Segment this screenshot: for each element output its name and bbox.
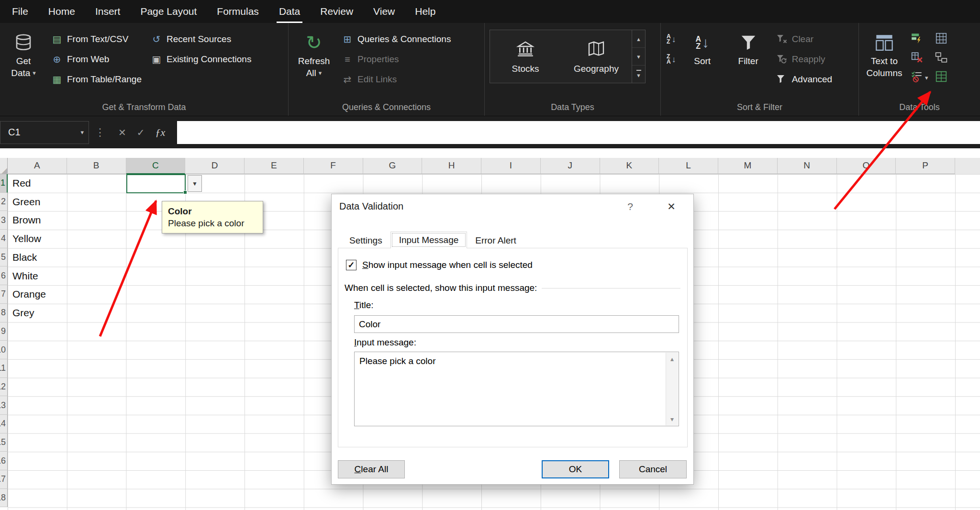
edit-links-button[interactable]: ⇄ Edit Links (339, 71, 453, 88)
stocks-data-type[interactable]: Stocks (490, 30, 561, 83)
column-header-i[interactable]: I (481, 158, 541, 174)
row-header-12[interactable]: 12 (0, 378, 8, 397)
row-header-5[interactable]: 5 (0, 248, 8, 267)
sort-ascending-button[interactable]: AZ ↓ (666, 31, 677, 48)
row-header-14[interactable]: 14 (0, 415, 8, 433)
row-header-10[interactable]: 10 (0, 341, 8, 359)
tab-review[interactable]: Review (310, 0, 363, 23)
cell-dropdown-button[interactable]: ▼ (188, 175, 202, 192)
column-header-f[interactable]: F (304, 158, 363, 174)
consolidate-button[interactable] (934, 31, 948, 48)
existing-connections-button[interactable]: ▣ Existing Connections (148, 51, 253, 68)
properties-button[interactable]: ≡ Properties (339, 51, 453, 68)
tab-file[interactable]: File (2, 0, 38, 23)
chevron-down-icon[interactable]: ▾ (925, 74, 928, 81)
from-web-button[interactable]: ⊕ From Web (49, 51, 144, 68)
row-header-6[interactable]: 6 (0, 266, 8, 285)
refresh-all-button[interactable]: ↻ Refresh All▾ (293, 30, 334, 78)
column-header-d[interactable]: D (185, 158, 245, 174)
sort-button[interactable]: AZ ↓ Sort (682, 30, 723, 67)
row-header-3[interactable]: 3 (0, 211, 8, 230)
column-header-a[interactable]: A (8, 158, 67, 174)
row-header-2[interactable]: 2 (0, 193, 8, 211)
title-input[interactable] (354, 315, 679, 333)
insert-function-icon[interactable]: ƒx (156, 126, 166, 139)
input-message-textarea[interactable]: Please pick a color ▴ ▾ (354, 352, 679, 426)
help-button[interactable]: ? (622, 199, 639, 214)
ok-button[interactable]: OK (542, 460, 609, 478)
fill-handle[interactable] (183, 190, 187, 194)
column-header-j[interactable]: J (541, 158, 600, 174)
filter-button[interactable]: Filter (728, 30, 769, 67)
reapply-filter-button[interactable]: Reapply (774, 51, 835, 68)
row-header-15[interactable]: 15 (0, 433, 8, 452)
cell-a7[interactable]: Orange (12, 285, 46, 304)
tab-formulas[interactable]: Formulas (207, 0, 269, 23)
cancel-entry-icon[interactable]: ✕ (118, 127, 126, 138)
cancel-button[interactable]: Cancel (619, 460, 687, 478)
show-input-message-checkbox[interactable]: ✓ (346, 260, 356, 270)
chevron-down-icon[interactable]: ▾ (80, 129, 84, 136)
tab-error-alert[interactable]: Error Alert (467, 233, 524, 248)
cell-a3[interactable]: Brown (12, 211, 41, 230)
row-header-11[interactable]: 11 (0, 359, 8, 378)
sort-descending-button[interactable]: ZA ↓ (666, 51, 677, 68)
remove-duplicates-button[interactable] (910, 50, 929, 67)
scroll-down-icon[interactable]: ▾ (670, 415, 674, 423)
recent-sources-button[interactable]: ↺ Recent Sources (148, 31, 253, 48)
column-header-k[interactable]: K (600, 158, 659, 174)
gallery-scroll-down-button[interactable]: ▾ (632, 48, 645, 66)
column-header-c[interactable]: C (126, 158, 186, 174)
row-header-17[interactable]: 17 (0, 470, 8, 489)
relationships-button[interactable] (934, 50, 948, 67)
textarea-scrollbar[interactable]: ▴ ▾ (666, 353, 678, 425)
column-header-e[interactable]: E (245, 158, 304, 174)
column-header-l[interactable]: L (659, 158, 718, 174)
gallery-more-button[interactable]: ▾ (632, 66, 645, 83)
queries-connections-button[interactable]: ⊞ Queries & Connections (339, 31, 453, 48)
get-data-button[interactable]: Get Data▾ (3, 30, 44, 78)
row-header-8[interactable]: 8 (0, 304, 8, 322)
flash-fill-button[interactable] (910, 31, 929, 48)
column-header-p[interactable]: P (896, 158, 955, 174)
cell-a5[interactable]: Black (12, 248, 37, 267)
row-header-4[interactable]: 4 (0, 230, 8, 248)
column-header-n[interactable]: N (778, 158, 837, 174)
row-header-13[interactable]: 13 (0, 396, 8, 415)
selected-cell-c1[interactable] (126, 174, 186, 193)
column-header-b[interactable]: B (67, 158, 126, 174)
cell-a1[interactable]: Red (12, 174, 31, 193)
tab-page-layout[interactable]: Page Layout (130, 0, 207, 23)
row-header-16[interactable]: 16 (0, 452, 8, 470)
clear-filter-button[interactable]: Clear (774, 31, 835, 48)
confirm-entry-icon[interactable]: ✓ (137, 127, 145, 138)
column-header-g[interactable]: G (363, 158, 423, 174)
advanced-filter-button[interactable]: Advanced (774, 71, 835, 88)
tab-help[interactable]: Help (405, 0, 445, 23)
from-table-range-button[interactable]: ▦ From Table/Range (49, 71, 144, 88)
tab-view[interactable]: View (363, 0, 405, 23)
from-text-csv-button[interactable]: ▤ From Text/CSV (49, 31, 144, 48)
tab-data[interactable]: Data (269, 0, 310, 23)
data-validation-button[interactable]: ▾ (910, 69, 929, 86)
gallery-scroll-up-button[interactable]: ▴ (632, 30, 645, 48)
select-all-corner[interactable]: ◢ (0, 158, 8, 174)
column-header-o[interactable]: O (837, 158, 896, 174)
tab-home[interactable]: Home (38, 0, 85, 23)
tab-insert[interactable]: Insert (85, 0, 131, 23)
clear-all-button[interactable]: Clear All (338, 460, 405, 478)
manage-data-model-button[interactable] (934, 69, 948, 86)
row-header-1[interactable]: 1 (0, 174, 8, 193)
close-button[interactable]: ✕ (662, 199, 681, 214)
tab-input-message[interactable]: Input Message (390, 232, 468, 248)
column-header-h[interactable]: H (422, 158, 481, 174)
text-to-columns-button[interactable]: Text to Columns (864, 30, 905, 78)
scroll-up-icon[interactable]: ▴ (670, 355, 674, 363)
cell-a2[interactable]: Green (12, 193, 40, 211)
name-box[interactable]: C1 ▾ (0, 121, 89, 144)
cell-a4[interactable]: Yellow (12, 230, 41, 248)
tab-settings[interactable]: Settings (341, 233, 390, 248)
column-header-m[interactable]: M (718, 158, 778, 174)
cell-a8[interactable]: Grey (12, 304, 34, 322)
row-header-9[interactable]: 9 (0, 322, 8, 341)
